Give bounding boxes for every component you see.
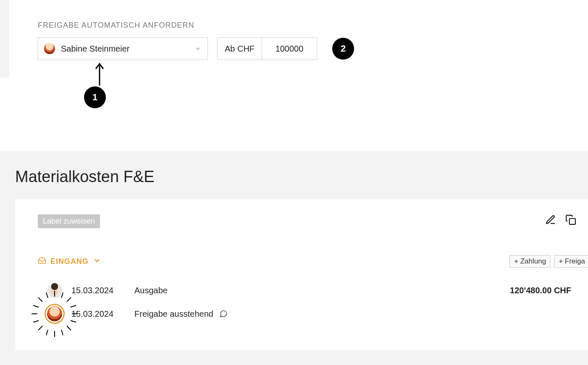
svg-rect-1: [570, 219, 575, 224]
card-actions: [545, 214, 576, 225]
comment-icon[interactable]: [219, 310, 228, 318]
section-label: FREIGABE AUTOMATISCH ANFORDERN: [38, 21, 588, 30]
avatar: [47, 283, 62, 298]
svg-line-16: [71, 305, 76, 307]
svg-line-15: [33, 321, 39, 322]
entry-avatar-wrap: [38, 283, 71, 298]
amount-threshold-input[interactable]: [262, 38, 317, 60]
svg-line-17: [71, 321, 76, 322]
entry-label: Freigabe ausstehend: [134, 309, 213, 319]
entry-date: 15.03.2024: [71, 286, 126, 295]
inbox-row: EINGANG + Zahlung + Freiga: [38, 255, 588, 268]
entry-label: Ausgabe: [134, 286, 168, 295]
copy-icon[interactable]: [565, 214, 576, 225]
controls-row: Sabine Steinmeier Ab CHF 2: [38, 37, 588, 60]
inbox-tray-icon: [38, 256, 46, 267]
inbox-toggle[interactable]: EINGANG: [38, 256, 101, 267]
entries-list: 15.03.2024 Ausgabe 120'480.00 CHF: [38, 279, 588, 326]
entry-row: 15.03.2024 Ausgabe 120'480.00 CHF: [38, 279, 588, 302]
svg-line-12: [46, 330, 48, 335]
entry-row: 15.03.2024 Freigabe ausstehend: [38, 302, 588, 326]
svg-line-7: [67, 326, 71, 330]
lower-section: Materialkosten F&E Label zuweisen EINGAN…: [0, 151, 588, 365]
add-payment-button[interactable]: + Zahlung: [509, 255, 551, 268]
avatar: [47, 306, 62, 321]
page-title: Materialkosten F&E: [15, 168, 588, 186]
svg-line-13: [61, 330, 63, 335]
annotation-badge-2: 2: [332, 38, 354, 60]
annotation-arrow: [93, 61, 106, 86]
inbox-buttons: + Zahlung + Freiga: [509, 255, 588, 268]
edit-icon[interactable]: [545, 214, 556, 225]
assign-label-chip[interactable]: Label zuweisen: [38, 214, 100, 228]
inbox-label-text: EINGANG: [50, 257, 89, 266]
approver-select[interactable]: Sabine Steinmeier: [38, 37, 208, 60]
entry-avatar-wrap: [38, 306, 71, 321]
annotation-badge-1: 1: [84, 86, 106, 108]
svg-line-14: [33, 305, 39, 307]
amount-threshold-group: Ab CHF: [217, 37, 317, 60]
chevron-down-icon: [194, 45, 202, 52]
approver-name: Sabine Steinmeier: [61, 44, 194, 54]
add-approval-button[interactable]: + Freiga: [554, 255, 588, 268]
entry-amount: 120'480.00 CHF: [510, 286, 571, 295]
amount-prefix-label: Ab CHF: [218, 38, 262, 60]
chevron-down-icon: [93, 256, 101, 267]
cost-card: Label zuweisen EINGANG + Zahlung +: [15, 199, 588, 350]
entry-date: 15.03.2024: [71, 309, 126, 319]
svg-line-9: [38, 326, 42, 330]
approval-settings-section: FREIGABE AUTOMATISCH ANFORDERN Sabine St…: [0, 0, 588, 151]
avatar: [44, 43, 55, 54]
